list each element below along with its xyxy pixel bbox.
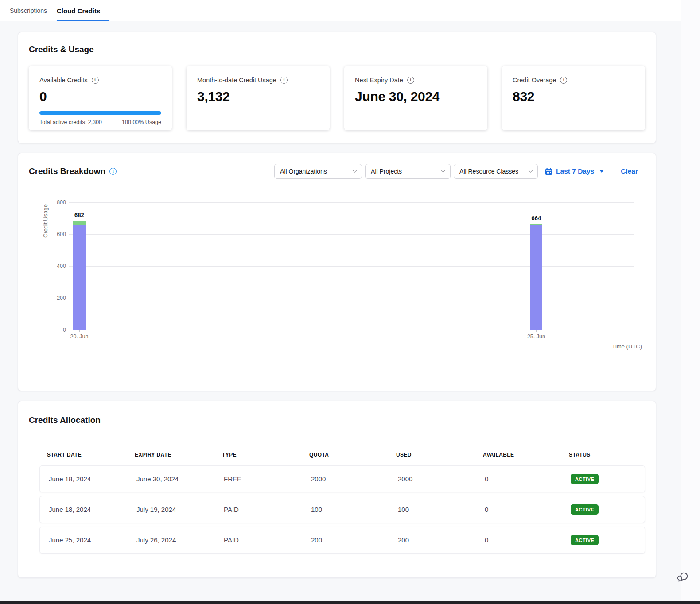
col-expiry-date: EXPIRY DATE: [135, 452, 222, 458]
gridline: [69, 298, 634, 298]
resource-classes-select[interactable]: All Resource Classes: [454, 164, 538, 179]
tab-bar: Subscriptions Cloud Credits: [0, 0, 681, 21]
stacked-bar: 682: [73, 221, 86, 330]
cell-available: 0: [485, 506, 571, 513]
next-expiry-label: Next Expiry Date: [355, 77, 403, 84]
organizations-select-value: All Organizations: [280, 168, 327, 175]
plot-area: 68220. Jun66425. Jun: [69, 202, 634, 330]
projects-select[interactable]: All Projects: [365, 164, 451, 179]
gridline: [69, 330, 634, 330]
status-badge: ACTIVE: [571, 474, 599, 484]
mtd-usage-value: 3,132: [197, 89, 319, 104]
bar-value-label: 664: [532, 215, 541, 221]
status-badge: ACTIVE: [571, 535, 599, 545]
cell-status: ACTIVE: [571, 504, 645, 515]
table-row: June 18, 2024 June 30, 2024 FREE 2000 20…: [39, 465, 645, 492]
credits-progress-bar: [39, 111, 161, 115]
y-tick-label: 800: [57, 199, 66, 205]
col-quota: QUOTA: [309, 452, 396, 458]
chevron-down-icon: [529, 168, 533, 172]
clear-filters-button[interactable]: Clear: [621, 167, 638, 175]
col-start-date: START DATE: [47, 452, 135, 458]
x-tick-mark: [536, 330, 537, 332]
status-badge: ACTIVE: [571, 504, 599, 515]
next-expiry-card: Next Expiry Date i June 30, 2024: [344, 66, 487, 130]
cell-used: 100: [398, 506, 485, 513]
credits-allocation-panel: Credits Allocation START DATE EXPIRY DAT…: [18, 401, 656, 578]
next-expiry-value: June 30, 2024: [355, 89, 477, 104]
col-type: TYPE: [222, 452, 309, 458]
cell-available: 0: [485, 536, 571, 544]
cell-expiry-date: July 19, 2024: [136, 506, 224, 513]
y-tick-label: 400: [57, 263, 66, 269]
tab-subscriptions[interactable]: Subscriptions: [10, 0, 47, 21]
table-row: June 25, 2024 July 26, 2024 PAID 200 200…: [39, 527, 645, 554]
caret-down-icon: [599, 170, 604, 173]
usage-percent: 100.00% Usage: [122, 119, 161, 125]
stacked-bar: 664: [530, 224, 542, 330]
mtd-usage-card: Month-to-date Credit Usage i 3,132: [187, 66, 330, 130]
cell-expiry-date: June 30, 2024: [136, 475, 224, 483]
cell-expiry-date: July 26, 2024: [136, 536, 224, 544]
tab-subscriptions-label: Subscriptions: [10, 7, 47, 14]
info-icon[interactable]: i: [109, 168, 117, 175]
info-icon[interactable]: i: [407, 77, 414, 84]
bar-segment-macos: [73, 225, 86, 330]
credits-breakdown-panel: Credits Breakdown i All Organizations Al…: [18, 153, 656, 391]
date-range-picker[interactable]: Last 7 Days: [545, 167, 604, 175]
table-row: June 18, 2024 July 19, 2024 PAID 100 100…: [39, 496, 645, 523]
y-tick-label: 0: [63, 327, 66, 333]
credit-overage-card: Credit Overage i 832: [502, 66, 645, 130]
chat-feedback-button[interactable]: [677, 570, 690, 584]
x-axis-title: Time (UTC): [612, 343, 642, 350]
chevron-down-icon: [353, 168, 357, 172]
credits-progress-fill: [39, 111, 161, 115]
active-tab-indicator: [57, 20, 109, 21]
col-status: STATUS: [569, 452, 645, 458]
x-tick-label: 25. Jun: [527, 333, 545, 340]
credit-overage-label: Credit Overage: [513, 77, 556, 84]
chevron-down-icon: [441, 168, 446, 172]
col-available: AVAILABLE: [483, 452, 569, 458]
total-active-credits: Total active credits: 2,300: [39, 119, 102, 125]
credits-usage-panel: Credits & Usage Available Credits i 0 To…: [18, 32, 656, 143]
cell-used: 200: [398, 536, 485, 544]
y-tick-label: 200: [57, 295, 66, 301]
info-icon[interactable]: i: [560, 77, 567, 84]
bar-segment-linux: [73, 221, 86, 225]
organizations-select[interactable]: All Organizations: [274, 164, 362, 179]
date-range-value: Last 7 Days: [556, 167, 594, 175]
tab-cloud-credits-label: Cloud Credits: [57, 7, 100, 15]
credit-usage-chart: Credit Usage 0200400600800 68220. Jun664…: [18, 202, 656, 362]
credit-overage-value: 832: [513, 89, 634, 104]
window-bottom-edge: [0, 601, 700, 604]
info-icon[interactable]: i: [280, 77, 288, 84]
cell-type: PAID: [224, 506, 311, 513]
resource-classes-select-value: All Resource Classes: [459, 168, 518, 175]
y-tick-label: 600: [57, 231, 66, 237]
gridline: [69, 266, 634, 267]
allocation-table-header: START DATE EXPIRY DATE TYPE QUOTA USED A…: [39, 452, 645, 458]
tab-cloud-credits[interactable]: Cloud Credits: [57, 0, 100, 21]
bar-segment-macos: [530, 225, 542, 330]
available-credits-label: Available Credits: [39, 77, 88, 84]
credits-usage-title: Credits & Usage: [29, 45, 656, 54]
allocation-table-body: June 18, 2024 June 30, 2024 FREE 2000 20…: [39, 465, 645, 554]
available-credits-card: Available Credits i 0 Total active credi…: [29, 66, 172, 130]
cell-available: 0: [485, 475, 571, 483]
cell-used: 2000: [398, 475, 485, 483]
cell-start-date: June 18, 2024: [49, 506, 136, 513]
x-tick-label: 20. Jun: [70, 333, 88, 340]
info-icon[interactable]: i: [92, 77, 99, 84]
cell-start-date: June 25, 2024: [49, 536, 136, 544]
calendar-icon: [545, 168, 552, 175]
gridline: [69, 234, 634, 235]
cell-quota: 2000: [311, 475, 398, 483]
cell-status: ACTIVE: [571, 535, 645, 545]
credits-allocation-title: Credits Allocation: [29, 415, 656, 425]
cell-start-date: June 18, 2024: [49, 475, 136, 483]
chat-bubbles-icon: [677, 570, 690, 584]
bar-value-label: 682: [74, 212, 84, 218]
cell-type: FREE: [224, 475, 311, 483]
y-axis-ticks: 0200400600800: [18, 202, 66, 330]
